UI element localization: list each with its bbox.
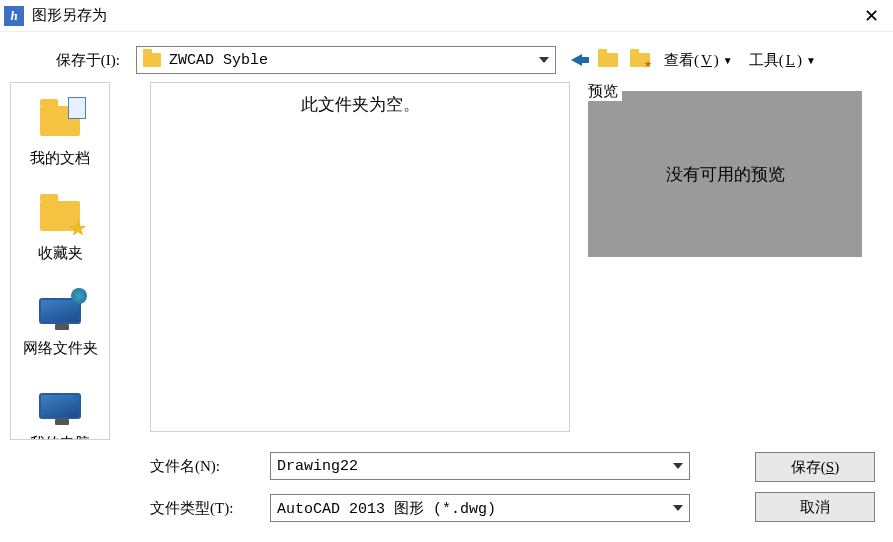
place-label: 网络文件夹 [23, 339, 98, 358]
preview-box: 没有可用的预览 [588, 91, 862, 257]
preview-empty-text: 没有可用的预览 [666, 163, 785, 186]
filetype-value: AutoCAD 2013 图形 (*.dwg) [277, 499, 496, 518]
window-title: 图形另存为 [32, 6, 858, 25]
places-bar[interactable]: 我的文档 ★ 收藏夹 网络文件夹 我的电脑 [10, 82, 110, 440]
place-favorites[interactable]: ★ 收藏夹 [11, 182, 109, 277]
cancel-label: 取消 [800, 498, 830, 517]
titlebar: h 图形另存为 ✕ [0, 0, 893, 32]
empty-folder-text: 此文件夹为空。 [301, 95, 420, 114]
folder-doc-icon [36, 101, 84, 141]
view-close: ) [714, 52, 719, 69]
place-network[interactable]: 网络文件夹 [11, 277, 109, 372]
dropdown-arrow-icon: ▼ [723, 55, 733, 66]
filename-value: Drawing22 [277, 458, 358, 475]
filetype-dropdown[interactable]: AutoCAD 2013 图形 (*.dwg) [270, 494, 690, 522]
place-my-documents[interactable]: 我的文档 [11, 87, 109, 182]
save-label: 保存( [791, 458, 826, 477]
tools-close: ) [797, 52, 802, 69]
tools-key: L [786, 52, 795, 69]
monitor-globe-icon [36, 291, 84, 331]
open-folder-button[interactable] [596, 49, 620, 71]
place-my-computer[interactable]: 我的电脑 [11, 372, 109, 440]
save-close: ) [834, 459, 839, 476]
open-folder-icon [598, 53, 618, 67]
location-bar: 保存于(I): ZWCAD Syble 查看(V) ▼ 工具(L) ▼ [0, 32, 893, 82]
preview-panel: 预览 没有可用的预览 [570, 82, 875, 440]
favorite-folder-icon [630, 53, 650, 67]
folder-star-icon: ★ [36, 196, 84, 236]
place-label: 我的文档 [30, 149, 90, 168]
view-key: V [701, 52, 712, 69]
filename-label: 文件名(N): [150, 457, 270, 476]
filetype-label: 文件类型(T): [150, 499, 270, 518]
filename-input[interactable]: Drawing22 [270, 452, 690, 480]
bottom-form: 文件名(N): Drawing22 文件类型(T): AutoCAD 2013 … [0, 440, 893, 540]
nav-icons: 查看(V) ▼ 工具(L) ▼ [564, 49, 820, 71]
file-list[interactable]: 此文件夹为空。 [150, 82, 570, 432]
save-in-value: ZWCAD Syble [169, 52, 268, 69]
favorite-folder-button[interactable] [628, 49, 652, 71]
place-label: 我的电脑 [30, 434, 90, 440]
folder-icon [143, 53, 161, 67]
tools-menu[interactable]: 工具(L) ▼ [745, 51, 820, 70]
save-in-label: 保存于(I): [18, 51, 128, 70]
dropdown-arrow-icon: ▼ [806, 55, 816, 66]
preview-label: 预览 [588, 82, 622, 101]
tools-label: 工具( [749, 51, 784, 70]
back-button[interactable] [564, 49, 588, 71]
place-label: 收藏夹 [38, 244, 83, 263]
app-icon: h [4, 6, 24, 26]
view-menu[interactable]: 查看(V) ▼ [660, 51, 737, 70]
close-icon[interactable]: ✕ [858, 5, 885, 27]
save-button[interactable]: 保存(S) [755, 452, 875, 482]
center-panel: 此文件夹为空。 [150, 82, 570, 440]
chevron-down-icon [667, 501, 683, 515]
cancel-button[interactable]: 取消 [755, 492, 875, 522]
main-area: 我的文档 ★ 收藏夹 网络文件夹 我的电脑 [0, 82, 893, 440]
chevron-down-icon [533, 53, 549, 67]
back-arrow-icon [571, 54, 582, 66]
save-key: S [826, 459, 834, 476]
view-label: 查看( [664, 51, 699, 70]
chevron-down-icon [667, 459, 683, 473]
save-in-dropdown[interactable]: ZWCAD Syble [136, 46, 556, 74]
monitor-icon [36, 386, 84, 426]
